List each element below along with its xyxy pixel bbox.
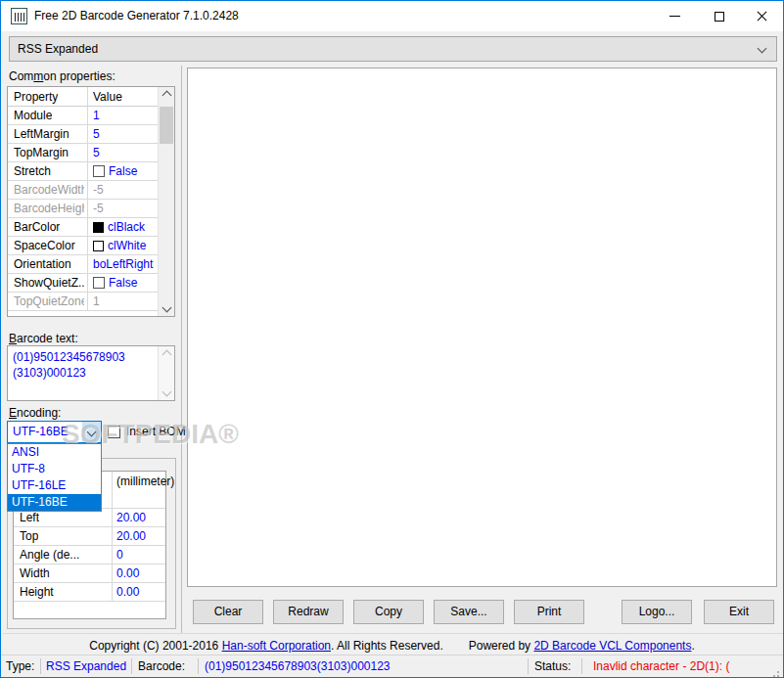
- barcode-text-input[interactable]: (01)95012345678903 (3103)000123: [7, 345, 175, 401]
- encoding-dropdown-button[interactable]: [82, 422, 101, 442]
- maximize-icon: [715, 12, 724, 22]
- barcode-text-line1: (01)95012345678903: [13, 349, 125, 365]
- encoding-combobox[interactable]: UTF-16BE: [7, 421, 102, 443]
- status-bar: Type: RSS Expanded Barcode: (01)95012345…: [1, 655, 783, 677]
- barcode-text-line2: (3103)000123: [13, 365, 86, 381]
- minimize-button[interactable]: [653, 2, 697, 30]
- insert-bom-label: Insert BOM: [126, 425, 186, 438]
- status-barcode-label: Barcode:: [138, 655, 185, 677]
- header-property: Property: [14, 87, 58, 107]
- exit-button[interactable]: Exit: [704, 600, 774, 624]
- properties-scrollbar[interactable]: [158, 87, 174, 316]
- properties-header-row: Property Value: [8, 87, 159, 107]
- status-barcode-value: (01)95012345678903(3103)000123: [205, 655, 391, 677]
- copyright-bar: Copyright (C) 2001-2016 Han-soft Corpora…: [1, 637, 783, 655]
- property-row-stretch[interactable]: Stretch False: [8, 162, 159, 181]
- encoding-option-utf8[interactable]: UTF-8: [8, 461, 101, 477]
- app-window: Free 2D Barcode Generator 7.1.0.2428 RSS…: [0, 0, 784, 678]
- property-row-barcodewidth[interactable]: BarcodeWidth -5: [8, 181, 159, 200]
- scroll-up-icon[interactable]: [159, 87, 174, 104]
- position-row-top[interactable]: Top 20.00: [14, 527, 165, 546]
- minimize-icon: [669, 16, 680, 17]
- chevron-down-icon: [87, 428, 97, 437]
- print-button[interactable]: Print: [514, 600, 584, 624]
- properties-table: Property Value Module 1 LeftMargin 5 Top…: [7, 86, 175, 317]
- encoding-label: Encoding:: [9, 406, 61, 420]
- property-row-topquietzone[interactable]: TopQuietZone 1: [8, 293, 159, 311]
- symbology-combobox[interactable]: RSS Expanded: [9, 36, 777, 62]
- checkbox-icon[interactable]: [93, 277, 105, 289]
- encoding-option-ansi[interactable]: ANSI: [8, 444, 101, 461]
- scrollbar-thumb[interactable]: [160, 107, 173, 144]
- resize-grip-icon[interactable]: [777, 671, 779, 673]
- position-row-height[interactable]: Height 0.00: [14, 583, 165, 602]
- checkbox-icon[interactable]: [93, 165, 105, 177]
- status-status-label: Status:: [534, 655, 571, 677]
- barcode-text-scrollbar[interactable]: [158, 346, 174, 400]
- property-row-spacecolor[interactable]: SpaceColor clWhite: [8, 237, 159, 255]
- app-icon: [11, 8, 27, 24]
- symbology-value: RSS Expanded: [18, 42, 98, 56]
- common-properties-label: Common properties:: [9, 69, 115, 83]
- black-color-swatch[interactable]: [93, 222, 104, 233]
- close-icon: [756, 10, 768, 23]
- status-error-message: Inavlid character - 2D(1): (: [593, 655, 729, 677]
- insert-bom-checkbox[interactable]: [108, 426, 120, 438]
- component-link[interactable]: 2D Barcode VCL Components: [533, 639, 691, 653]
- property-row-module[interactable]: Module 1: [8, 107, 159, 125]
- chevron-down-icon: [758, 44, 767, 54]
- property-row-orientation[interactable]: Orientation boLeftRight: [8, 255, 159, 274]
- encoding-option-utf16be[interactable]: UTF-16BE: [8, 494, 101, 511]
- window-title: Free 2D Barcode Generator 7.1.0.2428: [34, 1, 239, 31]
- maximize-button[interactable]: [697, 2, 741, 30]
- encoding-dropdown-list: ANSI UTF-8 UTF-16LE UTF-16BE: [7, 443, 102, 512]
- property-row-showquietzone[interactable]: ShowQuietZ... False: [8, 274, 159, 293]
- scroll-down-icon[interactable]: [159, 299, 174, 316]
- barcode-text-label: Barcode text:: [9, 332, 78, 345]
- white-color-swatch[interactable]: [93, 241, 104, 251]
- position-row-width[interactable]: Width 0.00: [14, 565, 165, 583]
- scroll-up-icon[interactable]: [159, 346, 174, 363]
- header-value: Value: [93, 87, 122, 106]
- barcode-preview-area: [187, 68, 777, 587]
- scroll-down-icon[interactable]: [159, 384, 174, 400]
- footer-divider: [3, 633, 783, 634]
- copy-button[interactable]: Copy: [353, 600, 424, 624]
- property-row-leftmargin[interactable]: LeftMargin 5: [8, 125, 159, 144]
- save-button[interactable]: Save...: [434, 600, 504, 624]
- redraw-button[interactable]: Redraw: [273, 600, 344, 624]
- encoding-value: UTF-16BE: [13, 425, 69, 438]
- status-type-value: RSS Expanded: [46, 655, 126, 677]
- logo-button[interactable]: Logo...: [622, 600, 692, 624]
- panel-splitter[interactable]: [181, 66, 182, 633]
- clear-button[interactable]: Clear: [193, 600, 263, 624]
- company-link[interactable]: Han-soft Corporation: [222, 639, 331, 653]
- status-type-label: Type:: [6, 655, 34, 677]
- position-row-angle[interactable]: Angle (de... 0: [14, 546, 165, 565]
- titlebar[interactable]: Free 2D Barcode Generator 7.1.0.2428: [1, 1, 783, 31]
- encoding-option-utf16le[interactable]: UTF-16LE: [8, 477, 101, 494]
- unit-header: (millimeter): [116, 475, 174, 488]
- property-row-topmargin[interactable]: TopMargin 5: [8, 144, 159, 162]
- close-button[interactable]: [740, 2, 784, 30]
- column-divider: [87, 87, 88, 106]
- copyright-text: Copyright (C) 2001-2016: [89, 639, 221, 653]
- property-row-barcodeheight[interactable]: BarcodeHeight -5: [8, 200, 159, 218]
- powered-by-text: Powered by: [469, 639, 534, 653]
- property-row-barcolor[interactable]: BarColor clBlack: [8, 218, 159, 237]
